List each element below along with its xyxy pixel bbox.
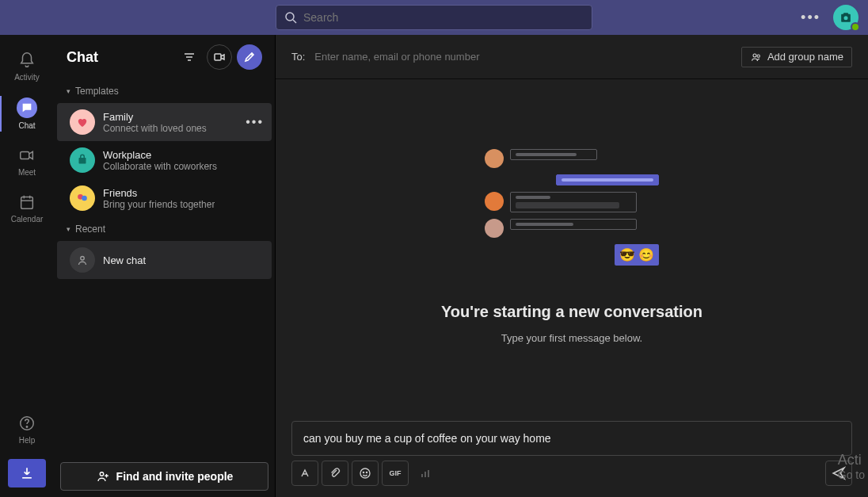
template-sub: Bring your friends together — [103, 199, 215, 210]
svg-point-18 — [100, 472, 104, 476]
invite-icon — [96, 469, 110, 484]
invite-label: Find and invite people — [116, 470, 234, 483]
presence-badge — [851, 22, 860, 32]
svg-point-2 — [844, 16, 848, 20]
template-sub: Collaborate with coworkers — [103, 161, 217, 172]
to-label: To: — [291, 51, 305, 63]
empty-state: 😎😊 You're starting a new conversation Ty… — [276, 79, 868, 413]
hero-sub: Type your first message below. — [501, 332, 642, 344]
search-icon — [284, 11, 297, 24]
svg-rect-13 — [215, 54, 221, 60]
svg-rect-26 — [428, 470, 429, 477]
add-group-name-button[interactable]: Add group name — [741, 47, 852, 67]
person-icon — [70, 247, 95, 273]
new-chat-button[interactable] — [237, 44, 262, 70]
app-rail: Activity Chat Meet Calendar Help — [0, 35, 54, 497]
svg-rect-4 — [21, 197, 33, 209]
chat-list-panel: Chat ▾ Templates Family — [54, 35, 276, 497]
svg-rect-25 — [424, 472, 426, 477]
svg-line-1 — [293, 20, 296, 23]
section-recent[interactable]: ▾ Recent — [54, 217, 275, 241]
rail-chat[interactable]: Chat — [0, 90, 54, 138]
svg-point-0 — [286, 13, 294, 21]
attach-button[interactable] — [322, 461, 348, 486]
search-input[interactable] — [303, 11, 584, 24]
family-icon — [70, 109, 95, 135]
rail-calendar[interactable]: Calendar — [0, 185, 54, 231]
template-family[interactable]: Family Connect with loved ones ••• — [57, 103, 272, 141]
download-button[interactable] — [8, 459, 46, 487]
template-title: Workplace — [103, 149, 217, 161]
chat-content: To: Add group name — [276, 35, 868, 497]
template-sub: Connect with loved ones — [103, 123, 207, 134]
profile-avatar[interactable] — [833, 5, 858, 30]
content-header: To: Add group name — [276, 35, 868, 79]
meet-now-button[interactable] — [207, 44, 232, 70]
rail-label: Help — [19, 436, 36, 445]
section-label-text: Recent — [75, 224, 105, 235]
recent-new-chat[interactable]: New chat — [57, 241, 272, 279]
message-input[interactable] — [291, 421, 852, 456]
chat-icon — [17, 97, 37, 118]
chevron-down-icon: ▾ — [67, 225, 70, 233]
send-button[interactable] — [825, 461, 852, 486]
template-title: Family — [103, 111, 207, 123]
filter-button[interactable] — [177, 44, 202, 70]
calendar-icon — [17, 193, 36, 212]
invite-people-button[interactable]: Find and invite people — [60, 462, 268, 491]
chat-list-title: Chat — [67, 49, 98, 66]
group-name-label: Add group name — [767, 51, 843, 63]
format-button[interactable] — [291, 461, 318, 486]
friends-icon — [70, 185, 95, 211]
emoji-button[interactable] — [352, 461, 379, 486]
more-compose-button — [412, 461, 439, 486]
video-icon — [17, 146, 36, 165]
compose-area: GIF — [276, 413, 868, 497]
svg-point-19 — [753, 54, 756, 57]
svg-rect-24 — [421, 474, 423, 477]
svg-point-9 — [26, 426, 27, 427]
rail-label: Activity — [14, 73, 40, 82]
svg-rect-3 — [21, 151, 29, 159]
template-title: Friends — [103, 187, 215, 199]
svg-point-20 — [757, 55, 760, 57]
template-more-icon[interactable]: ••• — [246, 115, 264, 129]
svg-point-17 — [81, 257, 85, 261]
title-bar: ••• — [0, 0, 868, 35]
bell-icon — [17, 51, 36, 70]
to-input[interactable] — [314, 51, 732, 63]
rail-help[interactable]: Help — [0, 406, 54, 453]
workplace-icon — [70, 147, 95, 173]
gif-button[interactable]: GIF — [382, 461, 409, 486]
emoji-reaction: 😎😊 — [615, 244, 659, 266]
svg-point-21 — [360, 468, 370, 478]
svg-point-23 — [366, 472, 367, 472]
rail-meet[interactable]: Meet — [0, 138, 54, 185]
rail-label: Meet — [18, 168, 36, 177]
rail-activity[interactable]: Activity — [0, 43, 54, 90]
rail-label: Calendar — [11, 215, 44, 224]
chevron-down-icon: ▾ — [67, 87, 70, 95]
help-icon — [17, 414, 36, 433]
recent-title: New chat — [103, 254, 146, 266]
template-friends[interactable]: Friends Bring your friends together — [57, 179, 272, 217]
conversation-illustration: 😎😊 — [485, 149, 659, 292]
rail-label: Chat — [18, 121, 35, 130]
section-label-text: Templates — [75, 86, 119, 97]
svg-point-22 — [363, 472, 364, 472]
template-workplace[interactable]: Workplace Collaborate with coworkers — [57, 141, 272, 179]
group-icon — [750, 51, 763, 63]
settings-more-icon[interactable]: ••• — [801, 10, 820, 26]
hero-title: You're starting a new conversation — [441, 303, 702, 321]
svg-point-16 — [82, 196, 87, 201]
svg-rect-14 — [79, 158, 86, 164]
section-templates[interactable]: ▾ Templates — [54, 79, 275, 103]
search-box[interactable] — [276, 5, 592, 30]
